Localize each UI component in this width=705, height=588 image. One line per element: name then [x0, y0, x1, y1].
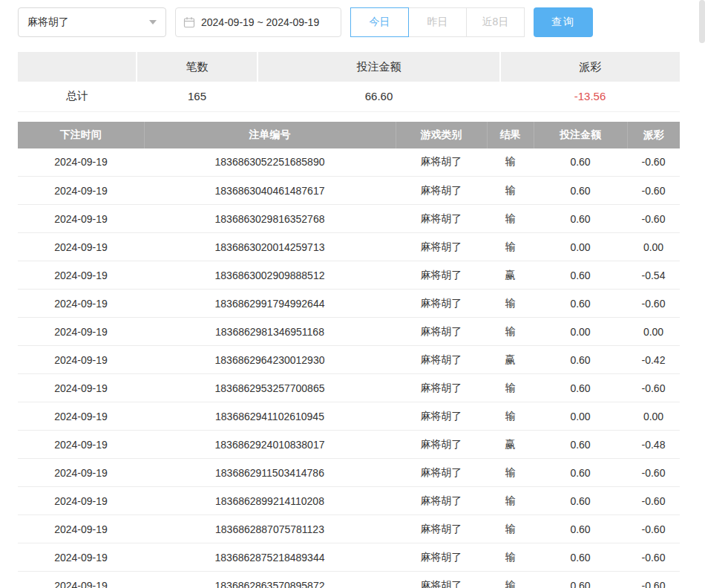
summary-total-row: 总计 165 66.60 -13.56 — [18, 82, 680, 111]
cell-amount: 0.60 — [534, 431, 627, 459]
cell-game: 麻将胡了 — [396, 572, 487, 588]
cell-payout: -0.60 — [627, 148, 680, 177]
cell-amount: 0.00 — [534, 402, 627, 431]
table-body: 2024-09-191836863052251685890麻将胡了输0.60-0… — [18, 148, 680, 588]
cell-game: 麻将胡了 — [396, 233, 487, 261]
cell-amount: 0.60 — [534, 543, 627, 572]
table-row: 2024-09-191836863020014259713麻将胡了输0.000.… — [18, 233, 680, 261]
quick-filter-yesterday[interactable]: 昨日 — [408, 7, 467, 37]
cell-bet_id: 1836862953257700865 — [144, 374, 396, 402]
cell-bet_id: 1836862941102610945 — [144, 402, 396, 431]
cell-payout: 0.00 — [627, 402, 680, 431]
column-header: 下注时间 — [18, 122, 144, 148]
cell-game: 麻将胡了 — [396, 431, 487, 459]
cell-payout: 0.00 — [627, 233, 680, 261]
cell-payout: -0.60 — [627, 487, 680, 515]
cell-bet_id: 1836863040461487617 — [144, 177, 396, 205]
cell-payout: 0.00 — [627, 318, 680, 346]
quick-filter-group: 今日昨日近8日 — [350, 7, 525, 37]
cell-date: 2024-09-19 — [18, 374, 144, 402]
table-row: 2024-09-191836862964230012930麻将胡了赢0.60-0… — [18, 346, 680, 374]
column-header: 派彩 — [627, 122, 680, 148]
cell-amount: 0.00 — [534, 233, 627, 261]
vertical-scrollbar[interactable] — [699, 0, 705, 43]
cell-result: 输 — [487, 374, 534, 402]
cell-payout: -0.60 — [627, 177, 680, 205]
summary-table: 笔数 投注金额 派彩 总计 165 66.60 -13.56 — [18, 52, 680, 112]
cell-game: 麻将胡了 — [396, 402, 487, 431]
cell-date: 2024-09-19 — [18, 233, 144, 261]
cell-game: 麻将胡了 — [396, 459, 487, 487]
cell-payout: -0.60 — [627, 515, 680, 543]
cell-game: 麻将胡了 — [396, 318, 487, 346]
cell-bet_id: 1836862964230012930 — [144, 346, 396, 374]
cell-date: 2024-09-19 — [18, 487, 144, 515]
cell-amount: 0.60 — [534, 487, 627, 515]
cell-result: 输 — [487, 543, 534, 572]
cell-result: 输 — [487, 459, 534, 487]
cell-payout: -0.54 — [627, 261, 680, 290]
cell-game: 麻将胡了 — [396, 290, 487, 318]
cell-game: 麻将胡了 — [396, 148, 487, 177]
cell-amount: 0.60 — [534, 177, 627, 205]
cell-payout: -0.60 — [627, 290, 680, 318]
cell-amount: 0.60 — [534, 374, 627, 402]
table-row: 2024-09-191836862991794992644麻将胡了输0.60-0… — [18, 290, 680, 318]
summary-total-bet-amount: 66.60 — [258, 82, 500, 111]
cell-amount: 0.60 — [534, 205, 627, 233]
cell-bet_id: 1836862981346951168 — [144, 318, 396, 346]
cell-bet_id: 1836863029816352768 — [144, 205, 396, 233]
summary-total-payout: -13.56 — [500, 82, 680, 111]
cell-date: 2024-09-19 — [18, 459, 144, 487]
cell-result: 输 — [487, 205, 534, 233]
cell-date: 2024-09-19 — [18, 543, 144, 572]
cell-date: 2024-09-19 — [18, 148, 144, 177]
table-row: 2024-09-191836862941102610945麻将胡了输0.000.… — [18, 402, 680, 431]
cell-result: 赢 — [487, 261, 534, 290]
column-header: 结果 — [487, 122, 534, 148]
cell-result: 输 — [487, 515, 534, 543]
column-header: 游戏类别 — [396, 122, 487, 148]
cell-result: 输 — [487, 572, 534, 588]
table-row: 2024-09-191836863029816352768麻将胡了输0.60-0… — [18, 205, 680, 233]
cell-date: 2024-09-19 — [18, 431, 144, 459]
quick-filter-today[interactable]: 今日 — [350, 7, 409, 37]
cell-amount: 0.60 — [534, 459, 627, 487]
table-row: 2024-09-191836863040461487617麻将胡了输0.60-0… — [18, 177, 680, 205]
table-row: 2024-09-191836862924010838017麻将胡了赢0.60-0… — [18, 431, 680, 459]
cell-payout: -0.42 — [627, 346, 680, 374]
cell-bet_id: 1836863052251685890 — [144, 148, 396, 177]
cell-game: 麻将胡了 — [396, 487, 487, 515]
cell-game: 麻将胡了 — [396, 346, 487, 374]
cell-payout: -0.60 — [627, 572, 680, 588]
table-row: 2024-09-191836862953257700865麻将胡了输0.60-0… — [18, 374, 680, 402]
cell-payout: -0.60 — [627, 205, 680, 233]
cell-game: 麻将胡了 — [396, 515, 487, 543]
cell-game: 麻将胡了 — [396, 261, 487, 290]
calendar-icon — [183, 16, 195, 28]
cell-date: 2024-09-19 — [18, 318, 144, 346]
cell-bet_id: 1836863002909888512 — [144, 261, 396, 290]
summary-header-bet-amount: 投注金额 — [258, 52, 500, 82]
cell-result: 赢 — [487, 346, 534, 374]
date-range-input[interactable]: 2024-09-19 ~ 2024-09-19 — [175, 7, 341, 37]
table-header-row: 下注时间注单编号游戏类别结果投注金额派彩 — [18, 122, 680, 148]
cell-result: 输 — [487, 290, 534, 318]
cell-date: 2024-09-19 — [18, 205, 144, 233]
cell-result: 输 — [487, 402, 534, 431]
game-select-value: 麻将胡了 — [27, 16, 69, 29]
quick-filter-last-8-days[interactable]: 近8日 — [466, 7, 525, 37]
cell-bet_id: 1836862887075781123 — [144, 515, 396, 543]
cell-date: 2024-09-19 — [18, 402, 144, 431]
cell-amount: 0.60 — [534, 290, 627, 318]
table-row: 2024-09-191836862887075781123麻将胡了输0.60-0… — [18, 515, 680, 543]
cell-payout: -0.48 — [627, 431, 680, 459]
table-row: 2024-09-191836863052251685890麻将胡了输0.60-0… — [18, 148, 680, 177]
query-button[interactable]: 查询 — [534, 7, 593, 37]
cell-bet_id: 1836863020014259713 — [144, 233, 396, 261]
bet-records-table: 下注时间注单编号游戏类别结果投注金额派彩 2024-09-19183686305… — [18, 122, 680, 588]
table-row: 2024-09-191836862863570895872麻将胡了输0.60-0… — [18, 572, 680, 588]
game-select[interactable]: 麻将胡了 — [18, 7, 166, 37]
cell-bet_id: 1836862863570895872 — [144, 572, 396, 588]
cell-date: 2024-09-19 — [18, 572, 144, 588]
